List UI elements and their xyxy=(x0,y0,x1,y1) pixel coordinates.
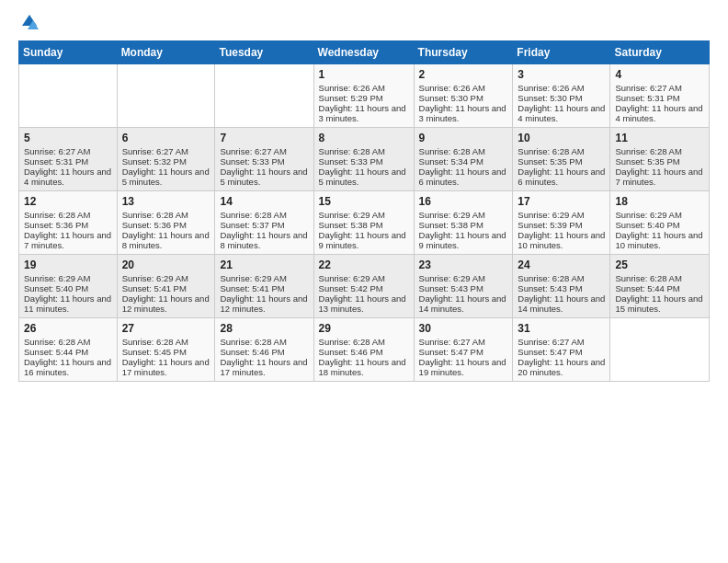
day-info-line: Sunset: 5:43 PM xyxy=(518,283,605,293)
day-info-line: Sunset: 5:42 PM xyxy=(319,283,409,293)
calendar-cell: 16Sunrise: 6:29 AMSunset: 5:38 PMDayligh… xyxy=(414,191,513,255)
day-info-line: Sunrise: 6:28 AM xyxy=(615,273,704,283)
day-number: 19 xyxy=(24,259,112,271)
calendar-cell: 11Sunrise: 6:28 AMSunset: 5:35 PMDayligh… xyxy=(610,128,710,191)
day-info-line: Sunrise: 6:28 AM xyxy=(24,337,112,347)
day-info-line: Daylight: 11 hours and 6 minutes. xyxy=(518,167,605,187)
day-info-line: Sunset: 5:39 PM xyxy=(518,220,605,230)
calendar-cell: 4Sunrise: 6:27 AMSunset: 5:31 PMDaylight… xyxy=(610,64,710,128)
page: SundayMondayTuesdayWednesdayThursdayFrid… xyxy=(0,0,728,396)
day-number: 7 xyxy=(220,132,308,144)
day-number: 2 xyxy=(419,68,508,81)
day-info-line: Sunrise: 6:27 AM xyxy=(122,146,210,156)
day-info-line: Sunrise: 6:26 AM xyxy=(319,83,409,93)
day-number: 18 xyxy=(615,195,704,208)
calendar-cell: 5Sunrise: 6:27 AMSunset: 5:31 PMDaylight… xyxy=(19,128,118,191)
calendar-cell: 18Sunrise: 6:29 AMSunset: 5:40 PMDayligh… xyxy=(610,191,710,255)
day-number: 6 xyxy=(122,132,210,144)
day-info-line: Sunset: 5:36 PM xyxy=(122,220,210,230)
day-info-line: Daylight: 11 hours and 8 minutes. xyxy=(122,230,210,250)
calendar-cell: 8Sunrise: 6:28 AMSunset: 5:33 PMDaylight… xyxy=(313,128,414,191)
day-info-line: Daylight: 11 hours and 10 minutes. xyxy=(518,230,605,250)
day-number: 25 xyxy=(615,259,704,271)
day-info-line: Sunrise: 6:29 AM xyxy=(518,210,605,220)
day-number: 24 xyxy=(518,259,605,271)
day-info-line: Sunset: 5:41 PM xyxy=(220,283,308,293)
day-info-line: Daylight: 11 hours and 9 minutes. xyxy=(319,230,409,250)
calendar-cell: 23Sunrise: 6:29 AMSunset: 5:43 PMDayligh… xyxy=(414,255,513,318)
weekday-header-friday: Friday xyxy=(513,41,610,64)
day-number: 30 xyxy=(419,322,508,335)
day-info-line: Sunrise: 6:28 AM xyxy=(518,146,605,156)
day-info-line: Daylight: 11 hours and 6 minutes. xyxy=(419,167,508,187)
calendar-cell: 9Sunrise: 6:28 AMSunset: 5:34 PMDaylight… xyxy=(414,128,513,191)
day-info-line: Daylight: 11 hours and 14 minutes. xyxy=(419,293,508,314)
calendar-cell: 10Sunrise: 6:28 AMSunset: 5:35 PMDayligh… xyxy=(513,128,610,191)
day-number: 10 xyxy=(518,132,605,144)
day-number: 31 xyxy=(518,322,605,335)
day-info-line: Sunrise: 6:27 AM xyxy=(24,146,112,156)
day-info-line: Sunset: 5:36 PM xyxy=(24,220,112,230)
day-number: 12 xyxy=(24,195,112,208)
calendar-cell: 6Sunrise: 6:27 AMSunset: 5:32 PMDaylight… xyxy=(117,128,215,191)
day-info-line: Sunrise: 6:26 AM xyxy=(419,83,508,93)
day-info-line: Sunset: 5:38 PM xyxy=(419,220,508,230)
day-number: 8 xyxy=(319,132,409,144)
calendar-cell: 24Sunrise: 6:28 AMSunset: 5:43 PMDayligh… xyxy=(513,255,610,318)
calendar-cell xyxy=(215,64,313,128)
day-info-line: Daylight: 11 hours and 14 minutes. xyxy=(518,293,605,314)
day-number: 5 xyxy=(24,132,112,144)
day-number: 1 xyxy=(319,68,409,81)
calendar-cell: 21Sunrise: 6:29 AMSunset: 5:41 PMDayligh… xyxy=(215,255,313,318)
day-info-line: Sunset: 5:32 PM xyxy=(122,156,210,167)
day-info-line: Daylight: 11 hours and 13 minutes. xyxy=(319,293,409,314)
calendar-cell: 3Sunrise: 6:26 AMSunset: 5:30 PMDaylight… xyxy=(513,64,610,128)
calendar-cell: 15Sunrise: 6:29 AMSunset: 5:38 PMDayligh… xyxy=(313,191,414,255)
calendar-cell: 27Sunrise: 6:28 AMSunset: 5:45 PMDayligh… xyxy=(117,318,215,382)
day-info-line: Sunset: 5:40 PM xyxy=(24,283,112,293)
day-info-line: Daylight: 11 hours and 5 minutes. xyxy=(220,167,308,187)
day-info-line: Daylight: 11 hours and 3 minutes. xyxy=(419,103,508,123)
day-number: 15 xyxy=(319,195,409,208)
calendar-cell: 22Sunrise: 6:29 AMSunset: 5:42 PMDayligh… xyxy=(313,255,414,318)
day-info-line: Sunrise: 6:28 AM xyxy=(122,210,210,220)
day-number: 3 xyxy=(518,68,605,81)
weekday-header-row: SundayMondayTuesdayWednesdayThursdayFrid… xyxy=(19,41,710,64)
day-info-line: Sunset: 5:38 PM xyxy=(319,220,409,230)
calendar-cell xyxy=(117,64,215,128)
day-number: 20 xyxy=(122,259,210,271)
day-info-line: Sunrise: 6:29 AM xyxy=(319,273,409,283)
calendar-cell: 31Sunrise: 6:27 AMSunset: 5:47 PMDayligh… xyxy=(513,318,610,382)
day-number: 13 xyxy=(122,195,210,208)
calendar-cell: 2Sunrise: 6:26 AMSunset: 5:30 PMDaylight… xyxy=(414,64,513,128)
calendar-week-4: 19Sunrise: 6:29 AMSunset: 5:40 PMDayligh… xyxy=(19,255,710,318)
calendar-cell: 17Sunrise: 6:29 AMSunset: 5:39 PMDayligh… xyxy=(513,191,610,255)
day-info-line: Sunrise: 6:29 AM xyxy=(419,273,508,283)
day-info-line: Sunset: 5:40 PM xyxy=(615,220,704,230)
day-info-line: Daylight: 11 hours and 12 minutes. xyxy=(122,293,210,314)
day-info-line: Sunset: 5:41 PM xyxy=(122,283,210,293)
day-number: 26 xyxy=(24,322,112,335)
calendar-week-5: 26Sunrise: 6:28 AMSunset: 5:44 PMDayligh… xyxy=(19,318,710,382)
day-info-line: Sunrise: 6:29 AM xyxy=(220,273,308,283)
day-info-line: Daylight: 11 hours and 16 minutes. xyxy=(24,357,112,377)
calendar-cell: 28Sunrise: 6:28 AMSunset: 5:46 PMDayligh… xyxy=(215,318,313,382)
calendar-cell: 25Sunrise: 6:28 AMSunset: 5:44 PMDayligh… xyxy=(610,255,710,318)
day-info-line: Sunrise: 6:28 AM xyxy=(419,146,508,156)
day-info-line: Sunrise: 6:27 AM xyxy=(615,83,704,93)
weekday-header-wednesday: Wednesday xyxy=(313,41,414,64)
day-info-line: Sunrise: 6:29 AM xyxy=(24,273,112,283)
day-info-line: Sunset: 5:29 PM xyxy=(319,93,409,103)
day-info-line: Daylight: 11 hours and 7 minutes. xyxy=(615,167,704,187)
day-info-line: Daylight: 11 hours and 19 minutes. xyxy=(419,357,508,377)
day-info-line: Daylight: 11 hours and 5 minutes. xyxy=(122,167,210,187)
day-info-line: Daylight: 11 hours and 4 minutes. xyxy=(518,103,605,123)
day-info-line: Daylight: 11 hours and 15 minutes. xyxy=(615,293,704,314)
logo xyxy=(18,15,39,31)
day-info-line: Sunrise: 6:28 AM xyxy=(122,337,210,347)
day-info-line: Daylight: 11 hours and 17 minutes. xyxy=(122,357,210,377)
day-number: 21 xyxy=(220,259,308,271)
day-info-line: Sunset: 5:46 PM xyxy=(220,347,308,357)
day-info-line: Sunrise: 6:29 AM xyxy=(319,210,409,220)
calendar-cell: 29Sunrise: 6:28 AMSunset: 5:46 PMDayligh… xyxy=(313,318,414,382)
